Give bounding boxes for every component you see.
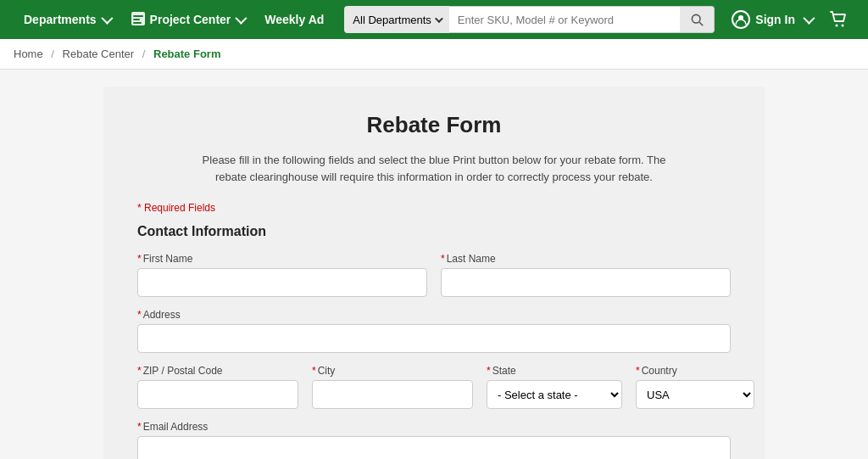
search-button[interactable] bbox=[680, 6, 715, 33]
first-name-group: *First Name bbox=[137, 253, 427, 297]
departments-nav-item[interactable]: Departments bbox=[14, 0, 120, 39]
cart-button[interactable] bbox=[822, 0, 854, 39]
signin-chevron-icon bbox=[803, 13, 815, 25]
breadcrumb-rebate-center[interactable]: Rebate Center bbox=[63, 48, 135, 60]
signin-label: Sign In bbox=[755, 13, 795, 26]
main-content: Rebate Form Please fill in the following… bbox=[0, 70, 868, 459]
first-name-label: *First Name bbox=[137, 253, 427, 265]
email-group: *Email Address bbox=[137, 421, 731, 459]
form-container: Rebate Form Please fill in the following… bbox=[103, 87, 765, 459]
country-label: *Country bbox=[636, 365, 754, 377]
user-icon bbox=[732, 10, 750, 29]
address-group: *Address bbox=[137, 309, 731, 353]
address-input[interactable] bbox=[137, 324, 731, 353]
svg-rect-2 bbox=[133, 19, 140, 20]
svg-rect-3 bbox=[133, 22, 142, 24]
country-group: *Country USA Canada Mexico bbox=[636, 365, 754, 409]
first-name-input[interactable] bbox=[137, 268, 427, 297]
departments-chevron-icon bbox=[101, 13, 113, 25]
email-label: *Email Address bbox=[137, 421, 731, 433]
last-name-group: *Last Name bbox=[441, 253, 731, 297]
breadcrumb-current: Rebate Form bbox=[153, 48, 220, 60]
form-description: Please fill in the following fields and … bbox=[197, 152, 671, 185]
breadcrumb: Home / Rebate Center / Rebate Form bbox=[0, 39, 868, 70]
header: Departments Project Center Weekly Ad All… bbox=[0, 0, 868, 39]
svg-line-5 bbox=[700, 22, 704, 25]
state-select[interactable]: - Select a state - AL AK AZ CA CO FL GA … bbox=[487, 380, 622, 409]
breadcrumb-separator-1: / bbox=[51, 48, 54, 60]
header-right: Sign In bbox=[725, 0, 854, 39]
departments-label: Departments bbox=[24, 13, 97, 26]
last-name-label: *Last Name bbox=[441, 253, 731, 265]
svg-rect-1 bbox=[133, 15, 143, 17]
address-row: *Address bbox=[137, 309, 731, 353]
cart-icon bbox=[829, 10, 848, 29]
signin-button[interactable]: Sign In bbox=[725, 0, 819, 39]
location-row: *ZIP / Postal Code *City *State - Select… bbox=[137, 365, 731, 409]
breadcrumb-home[interactable]: Home bbox=[14, 48, 43, 60]
svg-point-8 bbox=[842, 25, 844, 27]
country-select[interactable]: USA Canada Mexico bbox=[636, 380, 754, 409]
email-input[interactable] bbox=[137, 436, 731, 459]
dept-chevron-icon bbox=[435, 14, 443, 23]
search-input[interactable] bbox=[449, 6, 681, 33]
project-center-nav-item[interactable]: Project Center bbox=[120, 0, 255, 39]
required-note: * Required Fields bbox=[137, 202, 731, 214]
zip-input[interactable] bbox=[137, 380, 298, 409]
zip-group: *ZIP / Postal Code bbox=[137, 365, 298, 409]
weekly-ad-nav-item[interactable]: Weekly Ad bbox=[254, 0, 334, 39]
form-title: Rebate Form bbox=[137, 112, 731, 138]
email-row: *Email Address bbox=[137, 421, 731, 459]
all-departments-dropdown[interactable]: All Departments bbox=[344, 6, 448, 33]
svg-point-7 bbox=[836, 25, 838, 27]
zip-label: *ZIP / Postal Code bbox=[137, 365, 298, 377]
address-label: *Address bbox=[137, 309, 731, 321]
last-name-input[interactable] bbox=[441, 268, 731, 297]
project-center-icon bbox=[131, 11, 146, 29]
city-group: *City bbox=[312, 365, 473, 409]
breadcrumb-separator-2: / bbox=[142, 48, 146, 60]
svg-point-4 bbox=[693, 14, 701, 23]
state-label: *State bbox=[487, 365, 622, 377]
project-center-chevron-icon bbox=[236, 13, 248, 25]
city-input[interactable] bbox=[312, 380, 473, 409]
search-bar: All Departments bbox=[344, 6, 715, 33]
project-center-label: Project Center bbox=[150, 13, 231, 26]
search-icon bbox=[690, 13, 704, 26]
city-label: *City bbox=[312, 365, 473, 377]
all-departments-label: All Departments bbox=[353, 14, 431, 26]
contact-info-heading: Contact Information bbox=[137, 224, 731, 239]
weekly-ad-label: Weekly Ad bbox=[264, 13, 324, 26]
name-row: *First Name *Last Name bbox=[137, 253, 731, 297]
state-group: *State - Select a state - AL AK AZ CA CO… bbox=[487, 365, 622, 409]
